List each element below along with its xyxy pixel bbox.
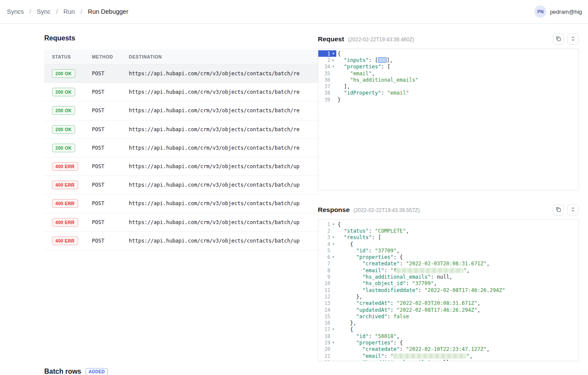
fold-open-icon[interactable]: ▾ [330,341,336,344]
status-cell: 400 ERR [44,199,92,208]
request-row[interactable]: 200 OKPOSThttps://api.hubapi.com/crm/v3/… [44,65,318,83]
code-line: 14 "updatedAt": "2022-02-08T17:46:26.294… [318,307,579,313]
status-badge: 400 ERR [52,181,78,189]
status-cell: 400 ERR [44,181,92,189]
request-copy-button[interactable] [553,34,564,45]
token: "COMPLETE" [375,228,406,234]
request-row[interactable]: 400 ERRPOSThttps://api.hubapi.com/crm/v3… [44,157,318,176]
token: { [338,51,341,57]
line-number: 39 [320,97,330,103]
response-editor[interactable]: 1▾{2 "status": "COMPLETE",3▾ "results": … [318,219,579,361]
code-text: "createdate": "2022-02-03T20:08:31.671Z"… [336,261,490,267]
token [338,274,363,280]
code-text: "archived": false [336,314,409,320]
token [338,333,356,339]
destination-cell: https://api.hubapi.com/crm/v3/objects/co… [129,89,318,95]
token: "2022-02-10T22:23:47.127Z" [406,346,487,352]
line-number: 14 [320,307,330,313]
code-text: "createdAt": "2022-02-03T20:08:31.671Z", [336,300,480,306]
code-text: "hs_additional_emails": null, [336,360,452,361]
request-row[interactable]: 200 OKPOSThttps://api.hubapi.com/crm/v3/… [44,83,318,101]
token: "f [390,267,396,274]
request-row[interactable]: 200 OKPOSThttps://api.hubapi.com/crm/v3/… [44,101,318,120]
code-text: "hs_additional_emails" [336,77,418,83]
request-editor[interactable]: 1▾{2▸ "inputs": [],34▾ "properties": [35… [318,49,579,191]
token: " [390,353,393,359]
token: , [396,333,399,339]
token: "2022-02-03T20:08:31.671Z" [396,300,477,306]
token: : [387,314,393,320]
token [338,234,344,240]
request-row[interactable]: 200 OKPOSThttps://api.hubapi.com/crm/v3/… [44,139,318,157]
request-expand-button[interactable] [567,34,579,45]
token: null [437,360,449,361]
breadcrumb-item[interactable]: Syncs [7,8,24,15]
token: ], [387,57,393,63]
code-line: 18 "id": "50018", [318,333,579,339]
fold-closed-icon[interactable]: ▸ [330,58,336,62]
token: "updatedAt" [356,307,390,313]
line-number: 6 [320,254,330,260]
line-number: 16 [320,320,330,326]
request-row[interactable]: 400 ERRPOSThttps://api.hubapi.com/crm/v3… [44,232,318,250]
fold-open-icon[interactable]: ▾ [330,243,336,246]
request-row[interactable]: 400 ERRPOSThttps://api.hubapi.com/crm/v3… [44,194,318,213]
code-text: { [336,241,353,247]
token: ], [338,83,350,89]
code-text: "hs_object_id": "37709", [336,280,437,286]
batch-rows-title: Batch rows [44,368,81,375]
breadcrumb-item[interactable]: Sync [37,8,51,15]
line-number: 10 [320,280,330,286]
breadcrumb: Syncs/Sync/Run/Run Debugger [7,8,128,15]
token: "email" [363,267,384,274]
token: : [431,360,437,361]
fold-open-icon[interactable]: ▾ [330,223,336,226]
fold-open-icon[interactable]: ▾ [330,65,336,68]
fold-open-icon[interactable]: ▾ [330,328,336,331]
copy-icon [555,206,561,214]
line-gutter: 19▾ [318,339,336,346]
token: "createdate" [363,346,400,352]
destination-cell: https://api.hubapi.com/crm/v3/objects/co… [129,145,318,151]
user-menu[interactable]: PN pedram@hig [534,6,582,18]
request-row[interactable]: 400 ERRPOSThttps://api.hubapi.com/crm/v3… [44,213,318,232]
token: , [406,228,409,234]
status-cell: 400 ERR [44,237,92,245]
line-gutter: 35 [318,70,336,77]
token: } [338,97,341,103]
line-gutter: 11 [318,287,336,293]
destination-cell: https://api.hubapi.com/crm/v3/objects/co… [129,219,318,225]
token [338,307,356,313]
breadcrumb-item[interactable]: Run [64,8,75,15]
code-line: 6▾ "properties": { [318,254,579,260]
avatar[interactable]: PN [534,6,546,18]
requests-table-body: 200 OKPOSThttps://api.hubapi.com/crm/v3/… [44,65,318,250]
request-row[interactable]: 200 OKPOSThttps://api.hubapi.com/crm/v3/… [44,120,318,139]
status-badge: 400 ERR [52,218,78,227]
token: , [477,300,480,306]
token [338,280,363,286]
line-number: 35 [320,71,330,77]
response-expand-button[interactable] [567,204,579,215]
token: , [434,280,437,286]
method-cell: POST [92,145,129,151]
line-gutter: 10 [318,280,336,287]
response-copy-button[interactable] [553,204,564,215]
token [338,353,363,359]
line-gutter: 21 [318,353,336,359]
code-line: 10 "hs_object_id": "37709", [318,280,579,287]
token: : { [393,254,403,260]
request-row[interactable]: 400 ERRPOSThttps://api.hubapi.com/crm/v3… [44,176,318,194]
fold-open-icon[interactable]: ▾ [330,236,336,239]
token: false [393,314,409,320]
token: "email" [387,90,409,96]
fold-open-icon[interactable]: ▾ [330,255,336,259]
fold-open-icon[interactable]: ▾ [330,52,336,55]
line-number: 8 [320,267,330,274]
topbar: Syncs/Sync/Run/Run Debugger PN pedram@hi… [0,0,588,24]
token [338,287,363,293]
request-panel-title: Request [318,35,344,43]
line-number: 1 [320,221,330,227]
token [338,57,344,63]
code-line: 4▾ { [318,241,579,247]
